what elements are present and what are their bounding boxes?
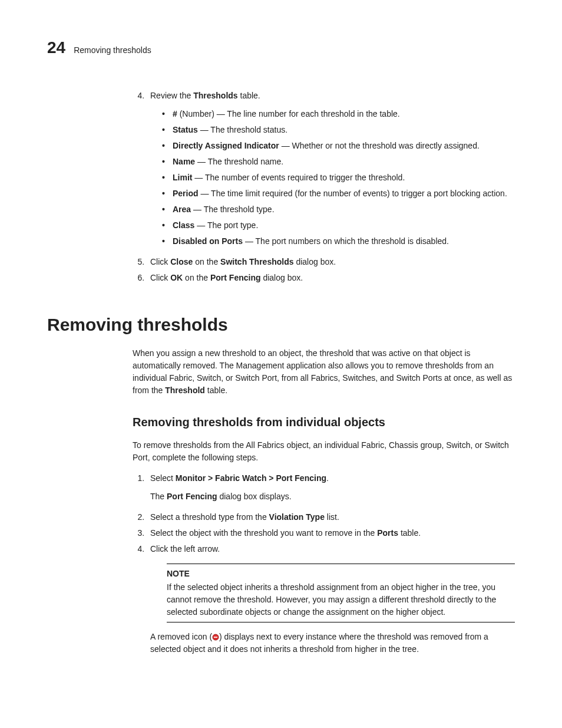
bullet-directly-bold: Directly Assigned Indicator: [173, 141, 279, 150]
bullet-status-bold: Status: [173, 125, 198, 134]
bullet-limit-rest: — The number of events required to trigg…: [192, 173, 405, 182]
bullet-disabled: Disabled on Ports — The port numbers on …: [173, 235, 515, 248]
sub-step-1: Select Monitor > Fabric Watch > Port Fen…: [147, 472, 515, 503]
sub-step-3-b1: Ports: [377, 528, 398, 538]
bullet-area-bold: Area: [173, 205, 191, 214]
content-area: Review the Thresholds table. # (Number) …: [133, 90, 515, 655]
bullet-name-bold: Name: [173, 157, 195, 166]
step-4-suffix: table.: [238, 91, 260, 100]
steps-continued: Review the Thresholds table. # (Number) …: [133, 90, 515, 284]
sub-step-1-body-b1: Port Fencing: [167, 492, 217, 501]
subsection-intro: To remove thresholds from the All Fabric…: [133, 439, 515, 464]
step-4-bold: Thresholds: [193, 91, 237, 100]
bullet-disabled-rest: — The port numbers on which the threshol…: [243, 236, 449, 246]
sub-step-1-body-t1: The: [150, 492, 167, 501]
note-title: NOTE: [167, 568, 515, 580]
bullet-area: Area — The threshold type.: [173, 203, 515, 216]
step-5-b2: Switch Thresholds: [220, 257, 293, 266]
after-note-t1: A removed icon (: [150, 632, 212, 641]
sub-step-3-t1: Select the object with the threshold you…: [150, 528, 377, 538]
sub-step-1-body-t2: dialog box displays.: [217, 492, 292, 501]
subsection-title: Removing thresholds from individual obje…: [133, 413, 515, 431]
sub-step-2: Select a threshold type from the Violati…: [147, 511, 515, 523]
step-6-t2: on the: [183, 273, 210, 282]
step-6-b1: OK: [170, 273, 183, 282]
step-4: Review the Thresholds table. # (Number) …: [147, 90, 515, 248]
bullets-thresholds: # (Number) — The line number for each th…: [150, 108, 515, 248]
bullet-name: Name — The threshold name.: [173, 156, 515, 168]
step-4-text: Review the: [150, 91, 193, 100]
bullet-period-rest: — The time limit required (for the numbe…: [199, 189, 507, 198]
sub-step-4: Click the left arrow. NOTE If the select…: [147, 543, 515, 655]
bullet-class: Class — The port type.: [173, 219, 515, 232]
page: 24 Removing thresholds Review the Thresh…: [0, 0, 562, 728]
bullet-period: Period — The time limit required (for th…: [173, 187, 515, 200]
subsection-steps: Select Monitor > Fabric Watch > Port Fen…: [133, 472, 515, 655]
step-5-t2: on the: [193, 257, 220, 266]
bullet-directly: Directly Assigned Indicator — Whether or…: [173, 140, 515, 152]
bullet-period-bold: Period: [173, 189, 199, 198]
after-note-text: A removed icon () displays next to every…: [150, 631, 515, 655]
step-5-t3: dialog box.: [294, 257, 336, 266]
bullet-name-rest: — The threshold name.: [195, 157, 283, 166]
sub-step-2-b1: Violation Type: [269, 512, 325, 522]
section-intro-b1: Threshold: [165, 386, 205, 395]
step-5: Click Close on the Switch Thresholds dia…: [147, 256, 515, 268]
removed-icon: [212, 634, 219, 641]
step-5-t1: Click: [150, 257, 170, 266]
bullet-number-rest: (Number) — The line number for each thre…: [177, 109, 400, 118]
bullet-number: # (Number) — The line number for each th…: [173, 108, 515, 120]
bullet-status: Status — The threshold status.: [173, 124, 515, 136]
step-6: Click OK on the Port Fencing dialog box.: [147, 272, 515, 284]
section-intro: When you assign a new threshold to an ob…: [133, 347, 515, 397]
breadcrumb: Removing thresholds: [74, 44, 151, 57]
bullet-status-rest: — The threshold status.: [198, 125, 287, 134]
step-5-b1: Close: [170, 257, 193, 266]
sub-step-4-text: Click the left arrow.: [150, 544, 220, 554]
step-6-t3: dialog box.: [261, 273, 303, 282]
sub-step-1-t1: Select: [150, 473, 176, 483]
sub-step-2-t1: Select a threshold type from the: [150, 512, 269, 522]
section-title: Removing thresholds: [47, 311, 515, 338]
sub-step-1-t2: .: [326, 473, 329, 483]
sub-step-1-b1: Monitor > Fabric Watch > Port Fencing: [176, 473, 326, 483]
bullet-directly-rest: — Whether or not the threshold was direc…: [279, 141, 480, 150]
bullet-number-bold: #: [173, 109, 177, 118]
bullet-class-rest: — The port type.: [194, 220, 258, 230]
bullet-class-bold: Class: [173, 220, 194, 230]
bullet-area-rest: — The threshold type.: [191, 205, 274, 214]
sub-step-2-t2: list.: [325, 512, 339, 522]
note-body: If the selected object inherits a thresh…: [167, 581, 515, 618]
sub-step-3-t2: table.: [398, 528, 421, 538]
sub-step-1-body: The Port Fencing dialog box displays.: [150, 490, 515, 503]
svg-rect-1: [214, 637, 217, 638]
bullet-limit-bold: Limit: [173, 173, 192, 182]
bullet-disabled-bold: Disabled on Ports: [173, 236, 243, 246]
step-6-t1: Click: [150, 273, 170, 282]
step-6-b2: Port Fencing: [210, 273, 261, 282]
chapter-number: 24: [47, 35, 65, 60]
page-header: 24 Removing thresholds: [47, 35, 515, 60]
bullet-limit: Limit — The number of events required to…: [173, 172, 515, 184]
section-intro-t2: table.: [205, 386, 227, 395]
sub-step-3: Select the object with the threshold you…: [147, 527, 515, 539]
note-box: NOTE If the selected object inherits a t…: [167, 564, 515, 622]
